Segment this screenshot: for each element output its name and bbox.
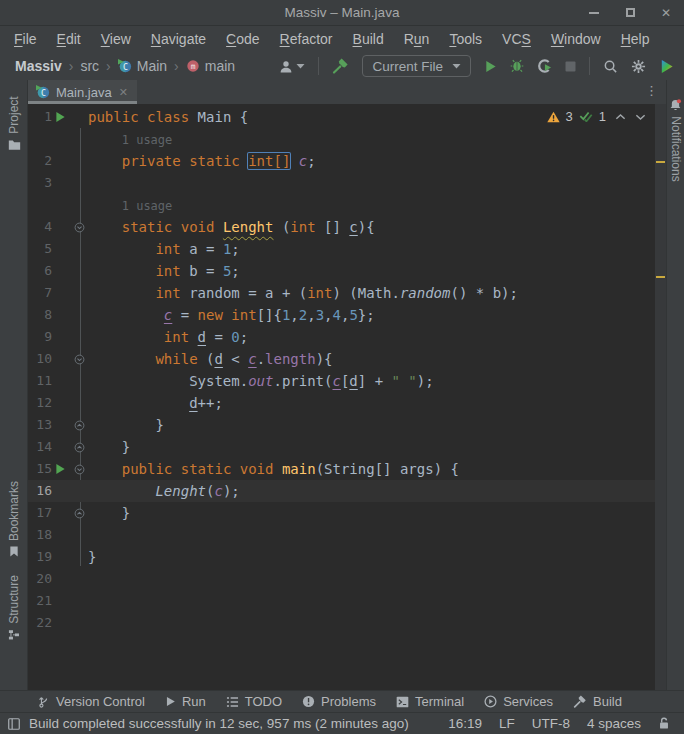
tool-window-toggle-icon[interactable] [8, 718, 20, 730]
code-line-19[interactable]: 19} [28, 546, 655, 568]
run-button[interactable] [484, 60, 497, 73]
gutter[interactable]: 9 [28, 326, 80, 348]
gutter[interactable]: 17 [28, 502, 80, 524]
gutter[interactable]: 3 [28, 172, 80, 194]
plugin-logo-button[interactable] [659, 59, 674, 74]
code-line-16[interactable]: 16 Lenght(c); [28, 480, 655, 502]
code-line-11[interactable]: 11 System.out.print(c[d] + " "); [28, 370, 655, 392]
menu-window[interactable]: Window [541, 31, 611, 47]
gutter[interactable]: 4 [28, 216, 80, 238]
fold-down-icon[interactable] [73, 222, 85, 233]
gutter[interactable] [28, 194, 80, 216]
gutter[interactable]: 12 [28, 392, 80, 414]
gutter[interactable]: 16 [28, 480, 80, 502]
gutter[interactable]: 11 [28, 370, 80, 392]
code-line-8[interactable]: 8 c = new int[]{1,2,3,4,5}; [28, 304, 655, 326]
line-separator-widget[interactable]: LF [499, 716, 515, 731]
code-line-13[interactable]: 13 } [28, 414, 655, 436]
user-button[interactable] [279, 60, 305, 73]
code-line-21[interactable]: 21 [28, 590, 655, 612]
warnings-count[interactable]: 3 [566, 109, 573, 124]
code-line-5[interactable]: 5 int a = 1; [28, 238, 655, 260]
code-line-15[interactable]: 15 public static void main(String[] args… [28, 458, 655, 480]
fold-up-icon[interactable] [73, 508, 85, 519]
code-line-7[interactable]: 7 int random = a + (int) (Math.random() … [28, 282, 655, 304]
gutter[interactable]: 21 [28, 590, 80, 612]
gutter[interactable]: 14 [28, 436, 80, 458]
warning-stripe-mark[interactable] [656, 161, 665, 163]
inlay-hint-row[interactable]: 1 usage [28, 194, 655, 216]
stop-button[interactable] [565, 61, 576, 72]
code-editor[interactable]: 1public class Main { 1 usage2 private st… [28, 104, 666, 690]
gutter[interactable]: 20 [28, 568, 80, 590]
prev-problem-button[interactable] [615, 113, 626, 121]
code-line-12[interactable]: 12 d++; [28, 392, 655, 414]
gutter[interactable]: 18 [28, 524, 80, 546]
tool-window-button-problems[interactable]: Problems [302, 694, 376, 709]
stripe-button-notifications[interactable]: Notifications [667, 82, 684, 198]
code-line-17[interactable]: 17 } [28, 502, 655, 524]
lock-icon[interactable] [658, 717, 670, 730]
code-line-14[interactable]: 14 } [28, 436, 655, 458]
run-config-dropdown[interactable]: Current File [362, 55, 471, 77]
run-icon[interactable] [52, 111, 68, 123]
debug-button[interactable] [510, 59, 524, 73]
breadcrumb-item-massiv[interactable]: Massiv [15, 58, 62, 74]
fold-up-icon[interactable] [73, 420, 85, 431]
gutter[interactable]: 1 [28, 106, 80, 128]
fold-down-icon[interactable] [73, 464, 85, 475]
code-line-4[interactable]: 4 static void Lenght (int [] c){ [28, 216, 655, 238]
tool-window-button-services[interactable]: Services [484, 694, 553, 709]
tool-window-button-todo[interactable]: TODO [226, 694, 282, 709]
code-line-18[interactable]: 18 [28, 524, 655, 546]
menu-tools[interactable]: Tools [439, 31, 492, 47]
gutter[interactable]: 15 [28, 458, 80, 480]
gutter[interactable]: 7 [28, 282, 80, 304]
gutter[interactable]: 5 [28, 238, 80, 260]
gutter[interactable]: 10 [28, 348, 80, 370]
menu-help[interactable]: Help [611, 31, 660, 47]
close-button[interactable]: ✕ [660, 7, 672, 19]
menu-edit[interactable]: Edit [47, 31, 91, 47]
inlay-hint-row[interactable]: 1 usage [28, 128, 655, 150]
breadcrumb-item-main[interactable]: CMain [118, 58, 167, 74]
stripe-button-structure[interactable]: Structure [0, 564, 27, 652]
gutter[interactable]: 6 [28, 260, 80, 282]
error-stripe-scrollbar[interactable] [655, 104, 666, 690]
breadcrumb-item-src[interactable]: src [80, 58, 99, 74]
build-project-button[interactable] [332, 58, 349, 74]
code-line-2[interactable]: 2 private static int[] c; [28, 150, 655, 172]
tool-window-button-build[interactable]: Build [573, 694, 622, 709]
menu-vcs[interactable]: VCS [492, 31, 541, 47]
close-tab-icon[interactable]: ✕ [119, 86, 128, 99]
code-line-20[interactable]: 20 [28, 568, 655, 590]
code-line-10[interactable]: 10 while (d < c.length){ [28, 348, 655, 370]
minimize-button[interactable] [588, 7, 600, 19]
fold-down-icon[interactable] [73, 354, 85, 365]
gutter[interactable]: 19 [28, 546, 80, 568]
encoding-widget[interactable]: UTF-8 [532, 716, 570, 731]
coverage-button[interactable] [537, 59, 552, 73]
settings-button[interactable] [631, 59, 646, 74]
maximize-button[interactable] [624, 7, 636, 19]
fold-up-icon[interactable] [73, 442, 85, 453]
menu-build[interactable]: Build [343, 31, 394, 47]
menu-view[interactable]: View [91, 31, 141, 47]
code-line-6[interactable]: 6 int b = 5; [28, 260, 655, 282]
gutter[interactable]: 22 [28, 612, 80, 634]
next-problem-button[interactable] [635, 113, 646, 121]
warning-stripe-mark[interactable] [656, 276, 665, 278]
menu-code[interactable]: Code [216, 31, 269, 47]
gutter[interactable]: 8 [28, 304, 80, 326]
menu-run[interactable]: Run [394, 31, 440, 47]
gutter[interactable]: 2 [28, 150, 80, 172]
tab-main-java[interactable]: C Main.java ✕ [28, 80, 137, 104]
run-icon[interactable] [52, 463, 68, 475]
menu-file[interactable]: File [4, 31, 47, 47]
code-line-9[interactable]: 9 int d = 0; [28, 326, 655, 348]
breadcrumb-item-main[interactable]: mmain [186, 58, 235, 74]
stripe-button-bookmarks[interactable]: Bookmarks [0, 478, 27, 560]
search-everywhere-button[interactable] [603, 59, 618, 74]
tool-window-button-terminal[interactable]: Terminal [396, 694, 464, 709]
typos-count[interactable]: 1 [599, 109, 606, 124]
